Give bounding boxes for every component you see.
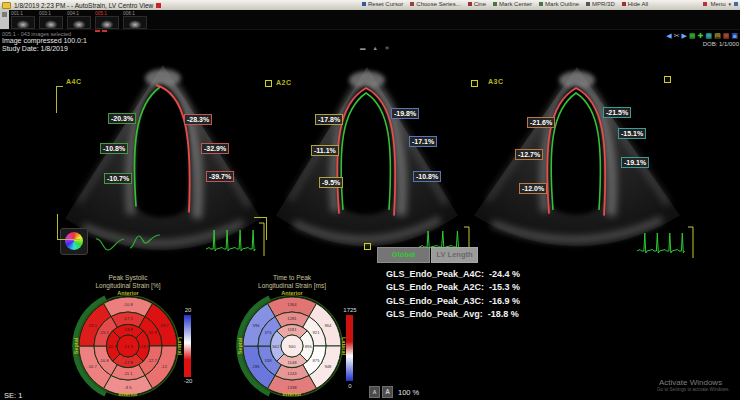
next-arrow-icon[interactable]: ▶ (682, 32, 687, 40)
svg-text:-28.3: -28.3 (139, 344, 149, 349)
svg-text:286: 286 (253, 364, 261, 369)
scissors-icon[interactable]: ✂ (674, 32, 680, 40)
toolbar-item-mark-center[interactable]: Mark Center (493, 1, 532, 7)
strain-badge-a2c-right-2: -10.8% (413, 171, 441, 182)
toolbar: Reset CursorChoose Series...CineMark Cen… (362, 1, 648, 7)
strain-colorbar-max: 20 (175, 307, 201, 313)
roi-bracket-icon (57, 214, 80, 240)
svg-text:1148: 1148 (287, 360, 297, 365)
folder-icon[interactable]: ▤ (714, 32, 721, 40)
title-bar: 1/8/2019 2:23 PM - - AutoStrain, LV Cent… (0, 0, 740, 10)
record-icon (156, 3, 161, 8)
global-button[interactable]: Global (377, 247, 430, 263)
zoom-out-button[interactable]: A (369, 386, 380, 398)
strain-badge-a2c-right-1: -17.1% (409, 136, 437, 147)
strain-colorbar-min: -20 (175, 378, 201, 384)
time-colorbar (346, 315, 353, 381)
layout-toolbar: ◀ ✂ ▶ ▦ ✚ ▦ ▤ ▦ ▣ (666, 32, 738, 40)
menu-chevron-icon: ▾ (728, 1, 731, 7)
toolbar-item-choose-series[interactable]: Choose Series... (410, 1, 460, 7)
strain-badge-a3c-left-2: -12.0% (519, 183, 547, 194)
svg-text:-17.1: -17.1 (123, 316, 133, 321)
thumbnail-001:1[interactable]: 001:1 (11, 11, 33, 32)
svg-text:562: 562 (272, 344, 280, 349)
gls-a2c-label: GLS_Endo_Peak_A2C: (386, 282, 484, 292)
svg-text:396: 396 (253, 323, 261, 328)
svg-text:-12.7: -12.7 (147, 358, 157, 363)
series-label: SE: 1 (4, 391, 22, 400)
roi-bracket-icon (56, 86, 63, 113)
tool-icon (493, 2, 497, 6)
activate-windows-watermark-sub: Go to Settings to activate Windows. (657, 387, 730, 392)
toolbar-item-reset-cursor[interactable]: Reset Cursor (362, 1, 403, 7)
peak-strain-bullseye: -10.8-39.7-12-9.5-10.7-19.1-17.1-32.9-12… (63, 281, 193, 400)
toolbar-item-mark-outline[interactable]: Mark Outline (539, 1, 579, 7)
toolbar-item-mpr-3d[interactable]: MPR/3D (586, 1, 615, 7)
line-tool-icon[interactable]: ▬ (360, 45, 366, 51)
strain-badge-a4c-right-1: -32.9% (201, 143, 229, 154)
a3c-corner-checkbox[interactable] (664, 76, 671, 83)
zoom-in-button[interactable]: A (382, 386, 393, 398)
view-label-a2c: A2C (276, 79, 292, 86)
wall-label-lateral: Lateral (177, 316, 183, 376)
ecg-bracket-icon (254, 217, 267, 240)
strain-badge-a2c-left-2: -9.5% (319, 177, 343, 188)
wall-label-septal: Septal (73, 316, 79, 376)
toolbar-item-cine[interactable]: Cine (468, 1, 486, 7)
view-label-a3c: A3C (488, 78, 504, 85)
patient-dob: DOB: 1/1/000 (703, 41, 739, 47)
svg-text:-32.9: -32.9 (147, 330, 157, 335)
svg-text:-10.8: -10.8 (123, 302, 133, 307)
wall-label-septal: Septal (237, 316, 243, 376)
strain-badge-a4c-right-0: -28.3% (184, 114, 212, 125)
window-control-icon[interactable] (734, 2, 738, 6)
strain-badge-a2c-left-1: -11.1% (311, 145, 339, 156)
svg-text:921: 921 (313, 330, 321, 335)
caliper-tool-icon[interactable]: ▲ (373, 45, 378, 51)
strain-badge-a3c-right-0: -21.5% (603, 107, 631, 118)
tool-icon (362, 2, 366, 6)
svg-text:940: 940 (289, 344, 297, 349)
marker-tool-icon[interactable]: ✳ (385, 45, 390, 51)
svg-text:-19.1: -19.1 (87, 323, 97, 328)
gls-a3c-value: -16.9 % (489, 296, 520, 306)
grid-layout-icon[interactable]: ▦ (689, 32, 696, 40)
svg-text:-9.5: -9.5 (124, 385, 132, 390)
strain-badge-a3c-right-2: -19.1% (621, 157, 649, 168)
gls-a3c-label: GLS_Endo_Peak_A3C: (386, 296, 484, 306)
svg-text:948: 948 (324, 364, 332, 369)
svg-text:1243: 1243 (287, 371, 297, 376)
thumbnail-006:1[interactable]: 006:1 (123, 11, 145, 32)
thumbnail-005:1[interactable]: 005:1 (95, 11, 117, 32)
tool-icon (468, 2, 472, 6)
svg-text:-17.8: -17.8 (123, 360, 133, 365)
study-date: Study Date: 1/8/2019 (2, 45, 68, 52)
film-strip-scrollbar[interactable] (0, 10, 9, 29)
a2c-checkbox[interactable] (265, 80, 272, 87)
svg-text:964: 964 (324, 323, 332, 328)
window-icon[interactable]: ▣ (731, 32, 738, 40)
prev-arrow-icon[interactable]: ◀ (666, 32, 671, 40)
strain-curve-icon (94, 233, 126, 255)
strain-colorbar (184, 315, 191, 377)
svg-text:1338: 1338 (287, 385, 297, 390)
gls-a4c-label: GLS_Endo_Peak_A4C: (386, 269, 484, 279)
a3c-checkbox[interactable] (471, 80, 478, 87)
gls-avg-label: GLS_Endo_Peak_Avg: (386, 309, 483, 319)
cine-layout-icon[interactable]: ▦ (706, 32, 713, 40)
menu-button[interactable]: Menu (710, 1, 725, 7)
lv-length-button[interactable]: LV Length (431, 247, 478, 263)
annotation-tools: ▬ ▲ ✳ (360, 45, 390, 51)
gls-a4c-value: -24.4 % (489, 269, 520, 279)
report-icon[interactable]: ▦ (723, 32, 730, 40)
strain-badge-a3c-left-1: -12.7% (515, 149, 543, 160)
toolbar-item-hide-all[interactable]: Hide All (622, 1, 648, 7)
thumbnail-004:1[interactable]: 004:1 (67, 11, 89, 32)
global-checkbox[interactable] (364, 243, 371, 250)
wall-label-inferior: Inferior (262, 391, 322, 397)
add-layout-icon[interactable]: ✚ (698, 32, 704, 40)
compression-info: Image compressed 100.0:1 (2, 37, 87, 44)
svg-text:875: 875 (313, 358, 321, 363)
zoom-value: 100 % (398, 388, 419, 397)
thumbnail-003:1[interactable]: 003:1 (39, 11, 61, 32)
